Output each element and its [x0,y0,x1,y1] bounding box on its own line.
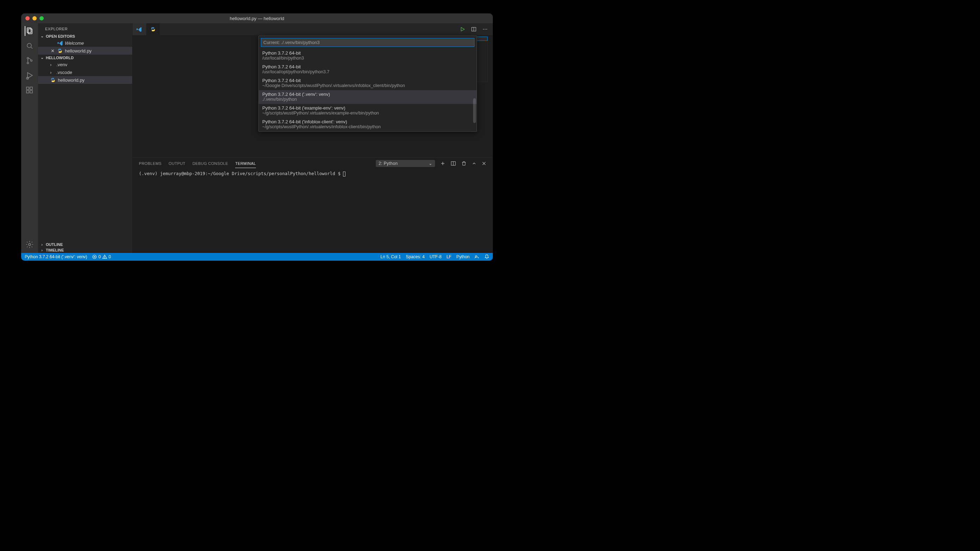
terminal-line: (.venv) jemurray@mbp-2019:~/Google Drive… [139,171,343,176]
tab-helloworld[interactable] [146,23,160,35]
panel-tab-terminal[interactable]: TERMINAL [235,159,256,168]
maximize-panel-icon[interactable] [472,161,477,166]
chevron-down-icon: ⌄ [40,55,45,60]
explorer-sidebar: EXPLORER ⌄ OPEN EDITORS Welcome ✕ [38,23,132,253]
quickpick-item[interactable]: Python 3.7.2 64-bit ~/Google Drive/scrip… [259,76,477,90]
quickpick-item-desc: /usr/local/bin/python3 [262,56,473,60]
run-file-icon[interactable] [460,26,465,32]
quickpick-list: Python 3.7.2 64-bit /usr/local/bin/pytho… [259,49,477,132]
svg-rect-10 [26,91,29,93]
chevron-right-icon: › [50,70,54,75]
status-bar: Python 3.7.2 64-bit ('.venv': venv) 0 0 … [21,253,493,261]
close-editor-icon[interactable]: ✕ [50,48,55,54]
svg-rect-12 [30,87,32,89]
close-window-button[interactable] [25,16,30,21]
search-activity-icon[interactable] [25,41,35,51]
kill-terminal-icon[interactable] [461,160,467,166]
new-terminal-icon[interactable] [440,160,445,166]
outline-header[interactable]: › OUTLINE [38,242,132,247]
svg-line-3 [31,47,33,49]
quickpick-item[interactable]: Python 3.7.2 64-bit ('infoblox-client': … [259,118,477,132]
folder-item-label: helloworld.py [58,78,84,83]
terminal-select-label: 2: Python [379,161,398,166]
sidebar-title: EXPLORER [38,23,132,33]
timeline-header[interactable]: › TIMELINE [38,247,132,253]
main-area: Python 3.7.2 64-bit /usr/local/bin/pytho… [132,23,493,253]
close-panel-icon[interactable] [482,161,487,166]
error-icon [92,254,97,259]
quickpick-item[interactable]: Python 3.7.2 64-bit ('example-env': venv… [259,104,477,118]
svg-rect-9 [26,87,29,89]
quickpick-item-desc: ~/Google Drive/scripts/wustlPython/.virt… [262,83,473,88]
svg-point-18 [485,29,485,30]
open-editor-helloworld[interactable]: ✕ helloworld.py [38,47,132,55]
maximize-window-button[interactable] [40,16,44,21]
open-editors-header[interactable]: ⌄ OPEN EDITORS [38,33,132,39]
minimize-window-button[interactable] [32,16,37,21]
more-actions-icon[interactable] [482,26,488,32]
status-encoding[interactable]: UTF-8 [430,254,442,259]
source-control-activity-icon[interactable] [25,56,35,65]
settings-gear-icon[interactable] [25,240,35,249]
status-interpreter[interactable]: Python 3.7.2 64-bit ('.venv': venv) [25,254,87,259]
activity-bar [21,23,38,253]
status-error-count: 0 [99,254,101,259]
panel-tab-problems[interactable]: PROBLEMS [139,159,161,168]
quickpick-item[interactable]: Python 3.7.2 64-bit /usr/local/opt/pytho… [259,63,477,76]
terminal-output[interactable]: (.venv) jemurray@mbp-2019:~/Google Drive… [132,170,493,253]
status-problems[interactable]: 0 0 [92,254,111,259]
quickpick-item-label: Python 3.7.2 64-bit [262,64,473,70]
chevron-down-icon: ⌄ [429,161,432,166]
split-terminal-icon[interactable] [450,160,456,166]
titlebar[interactable]: helloworld.py — helloworld [21,13,493,23]
editor-tabbar [132,23,493,36]
panel-tab-debug-console[interactable]: DEBUG CONSOLE [192,159,228,168]
status-feedback-icon[interactable] [474,254,479,259]
quickpick-item-desc: ./.venv/bin/python [262,97,473,102]
svg-point-31 [475,256,477,257]
quickpick-scrollbar[interactable] [473,98,476,123]
terminal-select[interactable]: 2: Python ⌄ [376,160,435,167]
panel-tabs: PROBLEMS OUTPUT DEBUG CONSOLE TERMINAL 2… [132,157,493,170]
tab-welcome[interactable] [132,23,146,35]
traffic-lights [21,16,44,21]
blank-close-slot [50,41,55,46]
quickpick-item[interactable]: Python 3.7.2 64-bit /usr/local/bin/pytho… [259,49,477,63]
folder-item-vscode[interactable]: › .vscode [38,68,132,76]
extensions-activity-icon[interactable] [25,85,35,95]
warning-icon [102,254,107,259]
folder-item-helloworld-py[interactable]: helloworld.py [38,76,132,84]
run-debug-activity-icon[interactable] [25,70,35,80]
panel-tab-output[interactable]: OUTPUT [169,159,185,168]
status-notifications-icon[interactable] [484,254,489,259]
quickpick-item-label: Python 3.7.2 64-bit ('.venv': venv) [262,92,473,97]
window-title: helloworld.py — helloworld [21,16,493,21]
svg-rect-1 [28,29,32,34]
python-file-icon [50,77,56,83]
status-ln-col[interactable]: Ln 5, Col 1 [380,254,401,259]
status-indent[interactable]: Spaces: 4 [406,254,425,259]
quickpick-input[interactable] [261,38,474,47]
svg-point-19 [487,29,487,30]
vscode-product-icon [136,26,142,32]
open-editors-label: OPEN EDITORS [46,34,75,38]
folder-item-label: .venv [56,62,67,67]
timeline-label: TIMELINE [46,248,64,252]
quickpick-item-label: Python 3.7.2 64-bit ('example-env': venv… [262,105,473,111]
quickpick-item[interactable]: Python 3.7.2 64-bit ('.venv': venv) ./.v… [259,90,477,104]
folder-item-venv[interactable]: › .venv [38,60,132,68]
quickpick-item-label: Python 3.7.2 64-bit [262,50,473,56]
split-editor-icon[interactable] [471,26,477,32]
quickpick-item-desc: /usr/local/opt/python/bin/python3.7 [262,70,473,74]
chevron-down-icon: ⌄ [40,34,45,38]
quickpick-item-label: Python 3.7.2 64-bit [262,78,473,83]
svg-point-13 [29,243,31,246]
folder-header[interactable]: ⌄ HELLOWORLD [38,55,132,60]
status-eol[interactable]: LF [447,254,452,259]
status-language-mode[interactable]: Python [457,254,469,259]
open-editor-welcome[interactable]: Welcome [38,39,132,47]
explorer-activity-icon[interactable] [25,26,35,36]
svg-point-30 [105,257,105,258]
quickpick-item-desc: ~/g/scripts/wustlPython/.virtualenvs/exa… [262,111,473,116]
vscode-window: helloworld.py — helloworld [21,13,493,261]
